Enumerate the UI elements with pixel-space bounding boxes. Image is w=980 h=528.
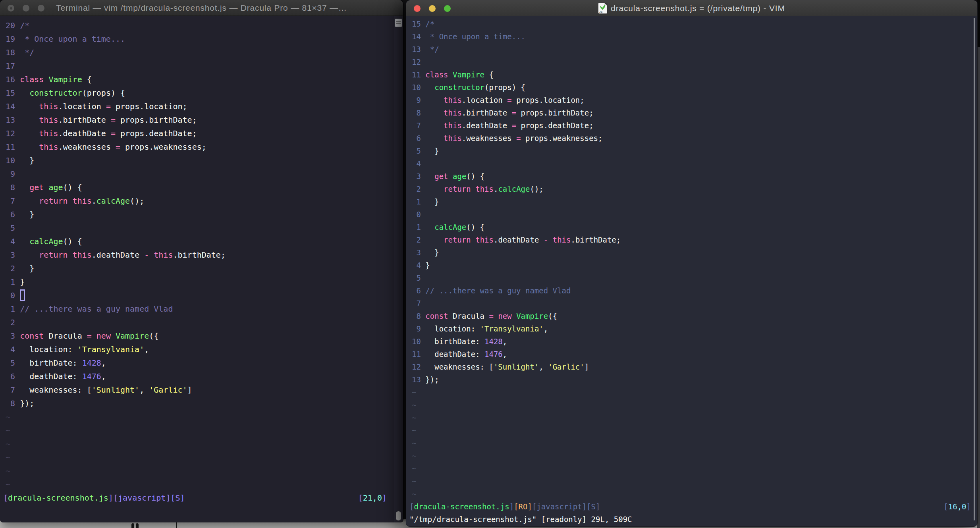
code-line: 12: [406, 56, 977, 68]
window-title: Terminal — vim /tmp/dracula-screenshot.j…: [56, 3, 347, 13]
code-line: 3 }: [406, 246, 977, 259]
window-title: dracula-screenshot.js = (/private/tmp) -…: [611, 4, 785, 13]
code-line: 10 birthDate: 1428,: [406, 335, 977, 348]
empty-line-tilde: ~: [406, 437, 977, 449]
close-button[interactable]: [414, 5, 421, 12]
code-line: 7: [406, 297, 977, 310]
empty-line-tilde: ~: [406, 386, 977, 399]
code-line: 11 class Vampire {: [406, 68, 977, 81]
code-line: 2 return this.deathDate - this.birthDate…: [406, 233, 977, 246]
code-line: 3 get age() {: [406, 170, 977, 183]
code-line: 1 // ...there was a guy named Vlad: [0, 302, 403, 316]
code-line: 7 this.deathDate = props.deathDate;: [406, 119, 977, 132]
empty-line-tilde: ~: [0, 437, 403, 451]
code-line: 2: [0, 316, 403, 329]
code-line: 17: [0, 59, 403, 73]
split-pane-button[interactable]: [395, 19, 402, 27]
empty-line-tilde: ~: [406, 424, 977, 437]
code-line: 2 return this.calcAge();: [406, 183, 977, 195]
code-line: 7 return this.calcAge();: [0, 194, 403, 208]
code-line: 3 return this.deathDate - this.birthDate…: [0, 248, 403, 262]
empty-line-tilde: ~: [0, 464, 403, 478]
code-line: 15 constructor(props) {: [0, 86, 403, 100]
empty-line-tilde: ~: [406, 411, 977, 424]
code-line: 4 }: [406, 259, 977, 272]
wallpaper-mark: [136, 523, 139, 528]
vim-command-line: "/tmp/dracula-screenshot.js" [readonly] …: [406, 513, 977, 526]
code-line: 1 }: [0, 275, 403, 289]
code-line: 12 this.deathDate = props.deathDate;: [0, 127, 403, 140]
code-line: 15 /*: [406, 17, 977, 30]
code-line: 13 });: [406, 373, 977, 386]
empty-line-tilde: ~: [406, 399, 977, 411]
traffic-lights: [414, 5, 451, 12]
code-line: 9 location: 'Transylvania',: [406, 322, 977, 335]
macvim-titlebar[interactable]: JS dracula-screenshot.js = (/private/tmp…: [406, 0, 977, 16]
background-window-sliver: [977, 0, 980, 528]
code-line: 10 }: [0, 154, 403, 167]
code-line: 1 }: [406, 195, 977, 208]
code-line: 6 this.weaknesses = props.weaknesses;: [406, 132, 977, 145]
background-window-sliver-top: [977, 0, 980, 47]
empty-line-tilde: ~: [0, 478, 403, 491]
close-button[interactable]: [8, 5, 14, 12]
zoom-button[interactable]: [38, 5, 44, 12]
empty-line-tilde: ~: [406, 462, 977, 475]
vim-text-area[interactable]: 15 /*14 * Once upon a time...13 */12 11 …: [406, 17, 977, 526]
code-line: 6 }: [0, 208, 403, 221]
code-line: 8 const Dracula = new Vampire({: [406, 310, 977, 322]
code-line: 13 this.birthDate = props.birthDate;: [0, 113, 403, 127]
vim-statusline: [dracula-screenshot.js][javascript][S][2…: [0, 491, 403, 505]
wallpaper-mark: [131, 523, 134, 528]
vim-text-area[interactable]: 20 /*19 * Once upon a time...18 */17 16 …: [0, 16, 403, 522]
code-line: 8 this.birthDate = props.birthDate;: [406, 106, 977, 119]
code-line: 4: [406, 157, 977, 170]
code-line: 19 * Once upon a time...: [0, 32, 403, 46]
code-line: 9: [0, 167, 403, 181]
vim-statusline: [dracula-screenshot.js][RO][javascript][…: [406, 500, 977, 513]
code-line: 14 * Once upon a time...: [406, 30, 977, 43]
empty-line-tilde: ~: [406, 449, 977, 462]
code-line: 0: [406, 208, 977, 221]
code-line: 8 });: [0, 397, 403, 410]
code-line: 9 this.location = props.location;: [406, 94, 977, 106]
vim-command-line: [0, 505, 403, 518]
code-line: 0: [0, 289, 403, 302]
code-line: 16 class Vampire {: [0, 73, 403, 86]
code-line: 2 }: [0, 262, 403, 275]
zoom-button[interactable]: [444, 5, 451, 12]
code-line: 6 deathDate: 1476,: [0, 370, 403, 383]
code-line: 5 }: [406, 145, 977, 157]
wallpaper-mark: [176, 522, 177, 528]
code-line: 10 constructor(props) {: [406, 81, 977, 94]
terminal-scrollbar-thumb[interactable]: [396, 511, 401, 520]
empty-line-tilde: ~: [406, 488, 977, 500]
code-line: 5: [0, 221, 403, 235]
code-line: 20 /*: [0, 19, 403, 32]
code-line: 1 calcAge() {: [406, 221, 977, 233]
empty-line-tilde: ~: [0, 451, 403, 464]
code-line: 6 // ...there was a guy named Vlad: [406, 284, 977, 297]
code-line: 5: [406, 272, 977, 284]
empty-line-tilde: ~: [0, 410, 403, 424]
code-line: 11 deathDate: 1476,: [406, 348, 977, 360]
minimize-button[interactable]: [23, 5, 29, 12]
macvim-scrollbar-thumb[interactable]: [974, 18, 975, 520]
code-line: 4 location: 'Transylvania',: [0, 343, 403, 356]
code-line: 11 this.weaknesses = props.weaknesses;: [0, 140, 403, 154]
terminal-titlebar[interactable]: Terminal — vim /tmp/dracula-screenshot.j…: [0, 0, 403, 16]
terminal-scrollbar-track[interactable]: [394, 16, 403, 522]
code-line: 7 weaknesses: ['Sunlight', 'Garlic']: [0, 383, 403, 397]
code-line: 12 weaknesses: ['Sunlight', 'Garlic']: [406, 360, 977, 373]
minimize-button[interactable]: [429, 5, 436, 12]
empty-line-tilde: ~: [0, 424, 403, 437]
code-line: 14 this.location = props.location;: [0, 100, 403, 113]
code-line: 5 birthDate: 1428,: [0, 356, 403, 370]
code-line: 18 */: [0, 46, 403, 59]
code-line: 13 */: [406, 43, 977, 56]
traffic-lights: [8, 5, 44, 12]
code-line: 8 get age() {: [0, 181, 403, 194]
document-icon[interactable]: JS: [598, 3, 607, 13]
empty-line-tilde: ~: [406, 475, 977, 488]
terminal-window: Terminal — vim /tmp/dracula-screenshot.j…: [0, 0, 403, 522]
